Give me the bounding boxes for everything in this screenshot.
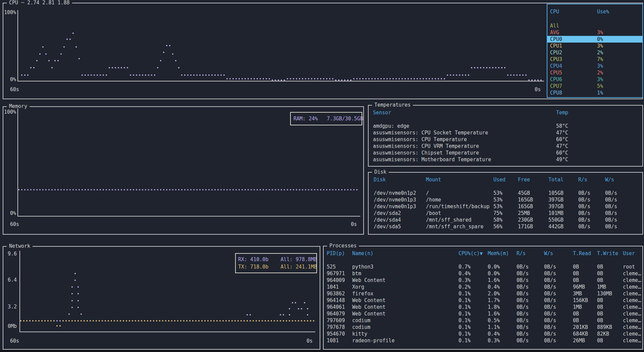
process-row-cell-1: Web Content [352, 297, 385, 304]
process-row-cell-1: radeon-profile [352, 337, 394, 344]
disk-row-cell-0: /dev/nvme0n1p2 [374, 190, 416, 196]
terminal-bottom-padding [0, 350, 644, 352]
process-row[interactable]: 797678codium0.1%1.1%0B/s0B/s201KB889KBcl… [324, 324, 642, 331]
process-row-cell-5: 0B/s [544, 317, 556, 324]
disk-row-cell-1: /mnt/sff_arch_spare [426, 223, 484, 230]
disk-row-cell-5: 0B/s [578, 196, 590, 203]
process-row[interactable]: 797609codium0.1%0.5%0B/s0B/s0B0Bcleme… [324, 317, 642, 324]
disk-row-cell-0: /dev/nvme0n1p3 [374, 196, 416, 203]
process-header-row-cell-1: Name(n) [352, 250, 373, 257]
process-row-cell-2: 0.1% [459, 317, 471, 324]
process-row[interactable]: 967971btm0.4%0.0%0B/s0B/s0B0Bcleme… [324, 270, 642, 277]
cpu-panel-title: CPU ─ 2.74 2.81 1.88 [7, 0, 72, 6]
temperature-header-row[interactable]: SensorTemp [369, 109, 642, 116]
disk-panel[interactable]: Disk DiskMountUsedFreeTotalR/sW/s/dev/nv… [368, 172, 643, 235]
processes-panel-title: Processes [327, 242, 359, 249]
temperature-row[interactable]: amdgpu: edge58°C [369, 123, 642, 129]
temperature-row[interactable]: asuswmisensors: Chipset Temperature60°C [369, 150, 642, 156]
process-row[interactable]: 964079Web Content0.1%1.6%0B/s0B/s0B0Bcle… [324, 310, 642, 317]
disk-row-cell-4: 442GB [548, 223, 564, 230]
process-row[interactable]: 964009Web Content0.3%1.6%0B/s0B/s0B0Bcle… [324, 277, 642, 284]
process-row-cell-7: 0B [597, 310, 603, 317]
cpu-legend-value: 5% [597, 83, 603, 90]
process-row-cell-5: 0B/s [544, 277, 556, 284]
cpu-xtick-60s: 60s [10, 86, 19, 93]
cpu-legend-row-cpu3[interactable]: CPU37% [547, 56, 642, 63]
disk-header-row-cell-4: Total [548, 176, 564, 183]
cpu-legend-row-cpu8[interactable]: CPU81% [547, 90, 642, 96]
process-row-cell-8: cleme… [623, 290, 641, 297]
disk-row[interactable]: /dev/nvme0n1p3/home53%165GB397GB0B/s0B/s [369, 196, 642, 203]
temperatures-panel[interactable]: Temperatures SensorTempamdgpu: edge58°Ca… [368, 105, 643, 167]
disk-row-cell-2: 58% [493, 217, 502, 223]
process-row-cell-5: 0B/s [544, 337, 556, 344]
cpu-legend[interactable]: CPU Use% AllAVG3%CPU00%CPU13%CPU22%CPU37… [547, 4, 643, 98]
disk-row-cell-4: 105GB [548, 190, 564, 196]
process-row-cell-1: codium [352, 317, 370, 324]
network-rx-label: RX: 410.0b All: 978.8MB [238, 256, 317, 263]
disk-row[interactable]: /dev/nvme0n1p3/run/timeshift/backup53%16… [369, 203, 642, 210]
disk-row[interactable]: /dev/sda5/mnt/sff_arch_spare56%171GB442G… [369, 223, 642, 230]
network-panel-title: Network [7, 243, 33, 249]
cpu-legend-row-cpu5[interactable]: CPU52% [547, 69, 642, 76]
process-row-cell-0: 964061 [327, 304, 345, 310]
disk-row-cell-2: 53% [493, 196, 502, 203]
memory-ytick-0: 0% [1, 210, 16, 217]
cpu-chart-axis [17, 10, 544, 81]
cpu-legend-value: 2% [597, 69, 603, 76]
process-row-cell-0: 797678 [327, 324, 345, 331]
cpu-legend-row-cpu6[interactable]: CPU63% [547, 76, 642, 83]
process-row-cell-8: cleme… [623, 284, 641, 290]
disk-row[interactable]: /dev/nvme0n1p2/53%45GB105GB0B/s0B/s [369, 190, 642, 196]
processes-panel[interactable]: Processes PID(p)Name(n)CPU%(c)▼Mem%(m)R/… [323, 246, 643, 350]
process-row[interactable]: 964148Web Content0.1%1.7%0B/s0B/s156KB0B… [324, 297, 642, 304]
process-row[interactable]: 964061Web Content0.1%1.8%0B/s0B/s1MB0Bcl… [324, 304, 642, 310]
process-row-cell-8: cleme… [623, 317, 641, 324]
disk-header-row-cell-5: R/s [578, 176, 587, 183]
process-row-cell-0: 967971 [327, 270, 345, 277]
process-row-cell-6: 0B [573, 263, 579, 270]
process-row-cell-8: cleme… [623, 304, 641, 310]
temperature-row-cell-1: 60°C [556, 136, 568, 143]
disk-row-cell-2: 53% [493, 203, 502, 210]
process-row[interactable]: 1081radeon-profile0.1%0.3%0B/s0B/s26MB0B… [324, 337, 642, 344]
cpu-legend-row-all[interactable]: All [547, 22, 642, 29]
disk-row[interactable]: /dev/sda2/boot75%25MB101MB0B/s0B/s [369, 210, 642, 217]
process-row-cell-0: 964148 [327, 297, 345, 304]
temperature-row[interactable]: asuswmisensors: CPU Socket Temperature47… [369, 129, 642, 136]
process-row[interactable]: 963862firefox0.1%2.0%0B/s0B/s3MB130MBcle… [324, 290, 642, 297]
temperature-row[interactable]: asuswmisensors: Motherboard Temperature4… [369, 156, 642, 163]
process-row-cell-6: 684KB [573, 331, 588, 337]
cpu-legend-label: CPU5 [550, 69, 562, 76]
process-row[interactable]: 525python30.7%0.0%0B/s0B/s0B0Broot [324, 263, 642, 270]
temperature-row[interactable]: asuswmisensors: CPU Temperature60°C [369, 136, 642, 143]
cpu-legend-row-avg[interactable]: AVG3% [547, 29, 642, 36]
cpu-legend-row-cpu0[interactable]: CPU00% [547, 36, 642, 43]
process-row-cell-2: 0.3% [459, 277, 471, 284]
temperature-row-cell-0: asuswmisensors: CPU Socket Temperature [373, 129, 488, 136]
disk-row-cell-1: / [426, 190, 429, 196]
process-row-cell-5: 0B/s [544, 324, 556, 331]
disk-header-row[interactable]: DiskMountUsedFreeTotalR/sW/s [369, 176, 642, 183]
cpu-legend-row-cpu2[interactable]: CPU22% [547, 49, 642, 56]
cpu-legend-row-cpu4[interactable]: CPU43% [547, 63, 642, 69]
cpu-legend-row-cpu7[interactable]: CPU75% [547, 83, 642, 90]
process-row-cell-8: cleme… [623, 324, 641, 331]
disk-row-cell-6: 0B/s [605, 210, 617, 217]
process-row-cell-1: codium [352, 324, 370, 331]
process-header-row[interactable]: PID(p)Name(n)CPU%(c)▼Mem%(m)R/sW/sT.Read… [324, 250, 642, 257]
process-row-cell-0: 954670 [327, 331, 345, 337]
disk-row[interactable]: /dev/sda4/mnt/sff_shared58%230GB550GB0B/… [369, 217, 642, 223]
cpu-legend-value: 3% [597, 63, 603, 69]
process-row-cell-4: 0B/s [517, 337, 529, 344]
disk-row-cell-0: /dev/sda5 [374, 223, 401, 230]
disk-header-row-cell-2: Used [493, 176, 505, 183]
process-row-cell-2: 0.2% [459, 284, 471, 290]
network-totals-box: RX: 410.0b All: 978.8MB TX: 718.0b All: … [235, 253, 317, 273]
cpu-legend-row-cpu1[interactable]: CPU13% [547, 43, 642, 49]
process-row-cell-2: 0.7% [459, 263, 471, 270]
temperature-row[interactable]: asuswmisensors: CPU VRM Temperature47°C [369, 143, 642, 150]
process-row[interactable]: 954670kitty0.1%0.4%0B/s0B/s684KB82KBclem… [324, 331, 642, 337]
process-row[interactable]: 1041Xorg0.2%0.4%0B/s0B/s96MB1MBcleme… [324, 284, 642, 290]
disk-row-cell-3: 165GB [518, 203, 533, 210]
